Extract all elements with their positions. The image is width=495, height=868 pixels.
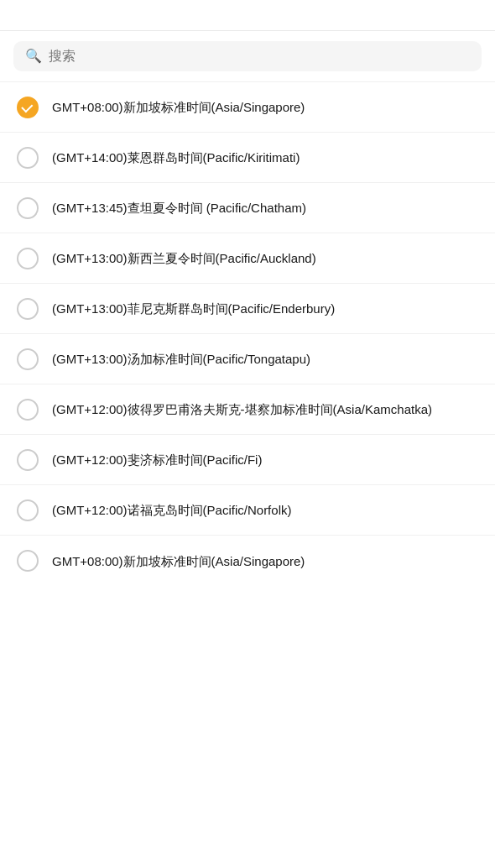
radio-circle	[17, 147, 39, 169]
timezone-label: GMT+08:00)新加坡标准时间(Asia/Singapore)	[52, 552, 478, 570]
back-button[interactable]	[17, 12, 23, 18]
radio-circle	[17, 197, 39, 219]
radio-circle	[17, 449, 39, 471]
search-container: 🔍	[0, 31, 495, 82]
save-button[interactable]	[472, 12, 478, 18]
timezone-label: (GMT+12:00)斐济标准时间(Pacific/Fi)	[52, 451, 478, 468]
radio-circle	[17, 499, 39, 521]
list-item[interactable]: (GMT+12:00)诺福克岛时间(Pacific/Norfolk)	[0, 485, 495, 536]
header	[0, 0, 495, 31]
list-item[interactable]: GMT+08:00)新加坡标准时间(Asia/Singapore)	[0, 82, 495, 133]
timezone-label: (GMT+13:45)查坦夏令时间 (Pacific/Chatham)	[52, 199, 478, 217]
list-item[interactable]: (GMT+14:00)莱恩群岛时间(Pacific/Kiritimati)	[0, 133, 495, 183]
list-item[interactable]: (GMT+12:00)彼得罗巴甫洛夫斯克-堪察加标准时间(Asia/Kamcha…	[0, 384, 495, 435]
search-box: 🔍	[13, 41, 482, 71]
list-item[interactable]: (GMT+13:45)查坦夏令时间 (Pacific/Chatham)	[0, 183, 495, 233]
radio-circle	[17, 298, 39, 320]
search-icon: 🔍	[25, 50, 42, 63]
timezone-label: (GMT+13:00)汤加标准时间(Pacific/Tongatapu)	[52, 350, 478, 368]
list-item[interactable]: (GMT+13:00)新西兰夏令时间(Pacific/Auckland)	[0, 233, 495, 284]
timezone-label: (GMT+13:00)新西兰夏令时间(Pacific/Auckland)	[52, 249, 478, 267]
timezone-label: (GMT+12:00)彼得罗巴甫洛夫斯克-堪察加标准时间(Asia/Kamcha…	[52, 400, 478, 418]
radio-circle	[17, 248, 39, 269]
timezone-label: (GMT+13:00)菲尼克斯群岛时间(Pacific/Enderbury)	[52, 300, 478, 317]
timezone-list: GMT+08:00)新加坡标准时间(Asia/Singapore)(GMT+14…	[0, 82, 495, 586]
timezone-label: (GMT+12:00)诺福克岛时间(Pacific/Norfolk)	[52, 501, 478, 519]
list-item[interactable]: (GMT+13:00)菲尼克斯群岛时间(Pacific/Enderbury)	[0, 284, 495, 334]
radio-circle	[17, 348, 39, 370]
list-item[interactable]: (GMT+12:00)斐济标准时间(Pacific/Fi)	[0, 435, 495, 485]
search-input[interactable]	[49, 49, 470, 64]
list-item[interactable]: (GMT+13:00)汤加标准时间(Pacific/Tongatapu)	[0, 334, 495, 384]
timezone-label: GMT+08:00)新加坡标准时间(Asia/Singapore)	[52, 98, 478, 116]
timezone-label: (GMT+14:00)莱恩群岛时间(Pacific/Kiritimati)	[52, 149, 478, 166]
radio-circle	[17, 550, 39, 572]
radio-circle	[17, 399, 39, 421]
radio-circle	[17, 97, 39, 118]
list-item[interactable]: GMT+08:00)新加坡标准时间(Asia/Singapore)	[0, 536, 495, 586]
